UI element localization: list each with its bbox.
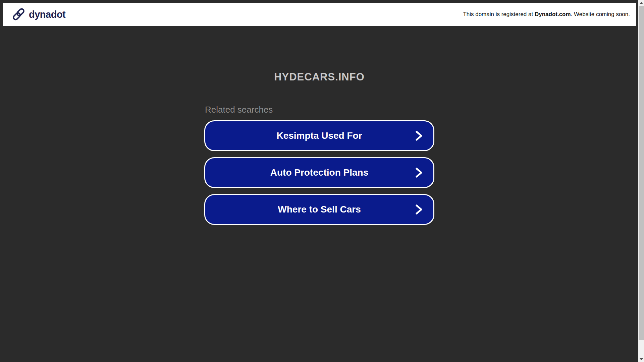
chain-link-icon xyxy=(12,8,25,21)
related-search-label: Kesimpta Used For xyxy=(276,130,362,141)
scroll-up-button[interactable] xyxy=(638,0,644,6)
logo-wordmark: dynadot xyxy=(29,9,65,20)
scroll-up-arrow-icon xyxy=(640,2,643,4)
chevron-right-icon xyxy=(415,131,423,141)
scroll-down-arrow-icon xyxy=(640,358,643,360)
related-search-link-3[interactable]: Where to Sell Cars xyxy=(204,194,434,225)
related-search-link-1[interactable]: Kesimpta Used For xyxy=(204,120,434,151)
registration-notice: This domain is registered at Dynadot.com… xyxy=(463,11,630,18)
related-search-label: Auto Protection Plans xyxy=(270,167,368,178)
main-content: HYDECARS.INFO Related searches Kesimpta … xyxy=(3,26,636,231)
notice-prefix: This domain is registered at xyxy=(463,11,535,17)
scrollbar-thumb[interactable] xyxy=(639,6,644,340)
chevron-right-icon xyxy=(415,168,423,178)
related-searches-section: Related searches Kesimpta Used For Auto … xyxy=(204,105,434,225)
notice-suffix: . Website coming soon. xyxy=(571,11,630,17)
dynadot-logo[interactable]: dynadot xyxy=(12,8,65,21)
domain-title: HYDECARS.INFO xyxy=(3,71,636,83)
related-searches-label: Related searches xyxy=(205,105,434,115)
scroll-down-button[interactable] xyxy=(638,356,644,362)
vertical-scrollbar[interactable] xyxy=(638,0,644,362)
registrar-name: Dynadot.com xyxy=(535,11,571,17)
related-search-label: Where to Sell Cars xyxy=(278,204,361,215)
chevron-right-icon xyxy=(415,204,423,215)
header-bar: dynadot This domain is registered at Dyn… xyxy=(3,3,636,26)
related-search-link-2[interactable]: Auto Protection Plans xyxy=(204,157,434,188)
